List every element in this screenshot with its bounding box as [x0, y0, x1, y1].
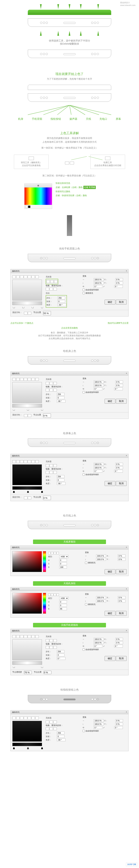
note-box: 备注：颜色数据，下面会附上工作源文件 自己可以根据喜好来选择，也可以直接在我提供… [21, 331, 118, 340]
phone-outline-3 [28, 93, 111, 102]
lbl-transform: 变换 [83, 275, 127, 277]
picker-panel-1: 编辑填充× 模型:HSB H S B 变换 ↔X： ↕Y： 缠绕填充 确定 取消 [10, 546, 129, 576]
preview-5 [12, 721, 42, 742]
sec-back-title: 先给手机背面上色 [0, 247, 139, 250]
accel-input[interactable] [57, 300, 65, 303]
label-fanout [21, 105, 118, 116]
panel-title: 编辑填充 [12, 270, 20, 272]
close-icon[interactable]: × [126, 629, 127, 632]
palette-sim: ▦ [24, 184, 52, 209]
phone-back-shaded [28, 254, 111, 262]
ct-line2: 上色有各种工具可用，这里我讲解今天用到的渐变方式 [0, 141, 139, 144]
anno-2: 拖动可以调整节点位置 [108, 322, 129, 324]
hue-strip-2[interactable] [43, 593, 46, 614]
naming-title: 现在就要开始上色了 [0, 72, 139, 76]
lbl-untitled: 无标题 [46, 276, 56, 278]
anno-1: 点击可以添加一个颜色点 [10, 322, 33, 324]
gradient-bar-1[interactable] [12, 302, 42, 305]
banner-3: 天线手机背面段 [33, 623, 106, 627]
gradient-panel-1: 编辑填充 × 无标题 镜像、重复和反转： 流动 步长： 加速： 角度： [10, 269, 129, 316]
lbl-3: 扬声器 [70, 117, 77, 121]
ct-title: 上色工具讲解 [0, 131, 139, 135]
banner-2: 天线机身段 [33, 581, 106, 586]
phone-top-selected [28, 10, 111, 15]
arrows-bottom [28, 30, 111, 36]
ct-area2: 第二块区域：软件默认一般在界面右侧（可以自定义） [0, 174, 139, 177]
anno-3: 点击这里添加颜色 [61, 327, 78, 329]
close-icon[interactable]: × [126, 546, 127, 549]
sec-screen-title: 给屏幕上色 [0, 432, 139, 435]
sec-back: 先给手机背面上色 [0, 239, 139, 269]
naming-section: 现在就要开始上色了 为了下面更好的讲解，先给每个图层命个名字 机身 手机背面 指… [0, 65, 139, 124]
naming-sub: 为了下面更好的讲解，先给每个图层命个名字 [0, 78, 139, 81]
w-input[interactable] [94, 278, 104, 281]
sec-body-title: 给机身上色 [0, 349, 139, 353]
gradient-panel-3: 编辑填充× 无标题 镜像、重复和反转： 步长： 加速： 角度： 变换 ↔X： ↕… [10, 454, 129, 501]
close-icon[interactable]: × [126, 711, 127, 713]
angle-input[interactable] [57, 304, 66, 306]
ct-line1: 因为包含的参数比较多，我这里不做复杂说明 [0, 136, 139, 140]
skew-input[interactable] [114, 285, 123, 288]
preview-2 [12, 382, 42, 403]
close-icon[interactable]: × [126, 372, 127, 375]
y-input[interactable] [115, 282, 123, 284]
rot-input[interactable] [94, 285, 102, 288]
lbl-0: 机身 [18, 117, 23, 121]
cancel-button[interactable]: 取消 [116, 300, 127, 305]
color-picker-2[interactable] [12, 593, 42, 614]
free-scale-cb[interactable] [83, 289, 85, 291]
sec-fp-title: 给指纹按钮上色 [0, 688, 139, 691]
picker-panel-2: 编辑填充× 模型:HSB H S B 变换 ↔X： ↕Y： 缠绕填充 确定 取消 [10, 587, 129, 618]
ptr-2-hl: 右键 常用键 [83, 186, 96, 189]
steps-input[interactable] [57, 297, 65, 299]
gradient-panel-2: 编辑填充× 无标题 镜像、重复和反转： 步长： 加速： 角度： 变换 ↔X： ↕… [10, 372, 129, 419]
phone-top-wire [28, 85, 111, 90]
ptr-4: 左键：快速填充轮廓（边框）颜色 [56, 194, 115, 197]
tool-left-title: 填充工具（编辑填充） [16, 161, 47, 164]
label-row: 机身 手机背面 指纹按钮 扬声器 天线 充电口 屏幕 [14, 117, 125, 121]
watermark-l2: www.tulaoshi.com [120, 4, 136, 7]
step1-text2: 按Delete键删除掉 [0, 42, 139, 45]
phone-body [28, 356, 111, 365]
x-input[interactable] [115, 278, 123, 281]
tool-left-sub: 点击后可以快速填色 [16, 164, 47, 167]
step1-text1: 使用选择工具，选中被拆开的下半部分 [0, 39, 139, 42]
close-icon[interactable]: × [126, 270, 127, 272]
close-icon[interactable]: × [126, 455, 127, 457]
color-picker-1[interactable] [12, 551, 42, 572]
lbl-1: 手机背面 [32, 117, 42, 121]
tool-left: 填充工具（编辑填充） 点击后可以快速填色 [14, 155, 49, 169]
phone-screen [28, 438, 111, 447]
preview-1 [12, 280, 42, 301]
node-pos-input[interactable] [43, 311, 51, 315]
preview-3 [12, 464, 42, 485]
ptr-1: 快速去除填充色 [56, 182, 115, 185]
fill-type-icons[interactable] [12, 275, 44, 279]
ct-area1: 第一块区域：软件默认一般在界面左下角（可以自定义） [0, 146, 139, 150]
preview-4 [12, 639, 42, 660]
h-input[interactable] [94, 282, 104, 284]
phone-fp [28, 695, 111, 703]
watermark-l1: 图老师设计 [120, 1, 136, 4]
lbl-mirror: 镜像、重复和反转： [46, 284, 80, 287]
lbl-4: 天线 [86, 117, 91, 121]
phone-antenna [28, 521, 111, 529]
close-icon[interactable]: × [126, 588, 127, 590]
palette-strip [67, 215, 72, 236]
wrap-fill-cb[interactable] [83, 292, 85, 294]
gradient-panel-4: 编辑填充× 无标题 镜像、重复和反转： 步长： 加速： 角度： 变换 ↔X： ↕… [10, 629, 129, 675]
ptr-2: 左键：去掉轮廓（边框）颜色 [56, 186, 83, 189]
lbl-2: 指纹按钮 [51, 117, 61, 121]
ptr-3: 快速填充点颜色 [56, 190, 115, 193]
ok-button[interactable]: 确定 [105, 300, 115, 305]
banner-1: 天线屏幕段 [33, 539, 106, 544]
tool-diagram: 填充工具（编辑填充） 点击后可以快速填色 轮廓工具 点击后在界面右侧显示对话框 [14, 155, 125, 169]
hue-strip-1[interactable] [43, 551, 46, 572]
phone-outline-1 [28, 19, 111, 27]
colortool-section: 上色工具讲解 因为包含的参数比较多，我这里不做复杂说明 上色有各种工具可用，这里… [0, 124, 139, 239]
phone-outline-2 [28, 50, 111, 58]
lbl-6: 屏幕 [116, 117, 121, 121]
lbl-5: 充电口 [100, 117, 107, 121]
sec-antenna-title: 给天线上色 [0, 514, 139, 517]
gradient-panel-5: 编辑填充× 无标题 镜像、重复和反转： 步长： 加速： 角度： 变换 ↔X： ↕… [10, 710, 129, 751]
